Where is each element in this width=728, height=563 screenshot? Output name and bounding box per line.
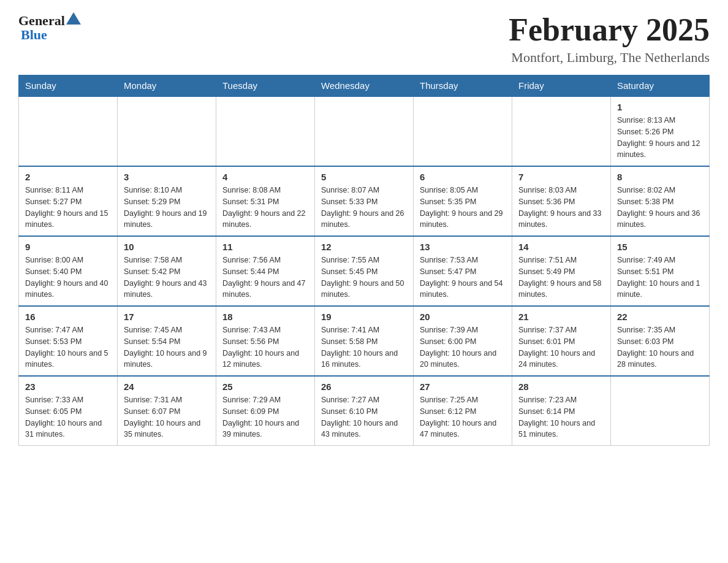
- logo-icon: [65, 11, 82, 28]
- day-info: Sunrise: 8:10 AM Sunset: 5:29 PM Dayligh…: [124, 185, 210, 231]
- calendar-cell: [414, 96, 512, 166]
- day-number: 2: [25, 172, 111, 182]
- day-info: Sunrise: 7:45 AM Sunset: 5:54 PM Dayligh…: [124, 324, 210, 370]
- day-info: Sunrise: 7:55 AM Sunset: 5:45 PM Dayligh…: [321, 255, 407, 301]
- day-number: 7: [518, 172, 604, 182]
- day-info: Sunrise: 7:37 AM Sunset: 6:01 PM Dayligh…: [518, 324, 604, 370]
- calendar-cell: 25Sunrise: 7:29 AM Sunset: 6:09 PM Dayli…: [216, 376, 315, 446]
- weekday-header-thursday: Thursday: [414, 75, 512, 97]
- day-number: 17: [124, 312, 210, 322]
- day-info: Sunrise: 7:33 AM Sunset: 6:05 PM Dayligh…: [25, 394, 111, 440]
- day-number: 3: [124, 172, 210, 182]
- day-info: Sunrise: 7:58 AM Sunset: 5:42 PM Dayligh…: [124, 255, 210, 301]
- day-number: 8: [617, 172, 703, 182]
- svg-marker-0: [66, 12, 81, 25]
- calendar-cell: 2Sunrise: 8:11 AM Sunset: 5:27 PM Daylig…: [19, 166, 118, 236]
- day-info: Sunrise: 7:56 AM Sunset: 5:44 PM Dayligh…: [222, 255, 308, 301]
- calendar-cell: 21Sunrise: 7:37 AM Sunset: 6:01 PM Dayli…: [512, 306, 611, 376]
- day-info: Sunrise: 7:31 AM Sunset: 6:07 PM Dayligh…: [124, 394, 210, 440]
- day-number: 14: [518, 242, 604, 252]
- weekday-header-sunday: Sunday: [19, 75, 118, 97]
- calendar-cell: 7Sunrise: 8:03 AM Sunset: 5:36 PM Daylig…: [512, 166, 611, 236]
- day-info: Sunrise: 8:11 AM Sunset: 5:27 PM Dayligh…: [25, 185, 111, 231]
- day-number: 10: [124, 242, 210, 252]
- calendar-cell: 24Sunrise: 7:31 AM Sunset: 6:07 PM Dayli…: [118, 376, 216, 446]
- calendar-cell: 16Sunrise: 7:47 AM Sunset: 5:53 PM Dayli…: [19, 306, 118, 376]
- day-number: 28: [518, 381, 604, 392]
- calendar-cell: 17Sunrise: 7:45 AM Sunset: 5:54 PM Dayli…: [118, 306, 216, 376]
- page-header: General Blue February 2025 Montfort, Lim…: [18, 12, 710, 66]
- calendar-cell: 18Sunrise: 7:43 AM Sunset: 5:56 PM Dayli…: [216, 306, 315, 376]
- calendar-cell: 10Sunrise: 7:58 AM Sunset: 5:42 PM Dayli…: [118, 236, 216, 306]
- calendar-table: SundayMondayTuesdayWednesdayThursdayFrid…: [18, 75, 710, 446]
- day-info: Sunrise: 7:53 AM Sunset: 5:47 PM Dayligh…: [420, 255, 506, 301]
- day-info: Sunrise: 7:49 AM Sunset: 5:51 PM Dayligh…: [617, 255, 703, 301]
- title-section: February 2025 Montfort, Limburg, The Net…: [509, 12, 710, 66]
- calendar-cell: 27Sunrise: 7:25 AM Sunset: 6:12 PM Dayli…: [414, 376, 512, 446]
- day-number: 22: [617, 312, 703, 322]
- calendar-cell: 3Sunrise: 8:10 AM Sunset: 5:29 PM Daylig…: [118, 166, 216, 236]
- day-number: 26: [321, 381, 407, 392]
- day-info: Sunrise: 7:41 AM Sunset: 5:58 PM Dayligh…: [321, 324, 407, 370]
- logo-blue-text: Blue: [21, 27, 47, 43]
- day-info: Sunrise: 8:08 AM Sunset: 5:31 PM Dayligh…: [222, 185, 308, 231]
- day-number: 23: [25, 381, 111, 392]
- calendar-cell: [216, 96, 315, 166]
- weekday-header-tuesday: Tuesday: [216, 75, 315, 97]
- weekday-header-saturday: Saturday: [611, 75, 710, 97]
- day-info: Sunrise: 7:43 AM Sunset: 5:56 PM Dayligh…: [222, 324, 308, 370]
- day-info: Sunrise: 8:13 AM Sunset: 5:26 PM Dayligh…: [617, 115, 703, 161]
- day-number: 9: [25, 242, 111, 252]
- week-row-5: 23Sunrise: 7:33 AM Sunset: 6:05 PM Dayli…: [19, 376, 710, 446]
- day-info: Sunrise: 7:47 AM Sunset: 5:53 PM Dayligh…: [25, 324, 111, 370]
- calendar-cell: 26Sunrise: 7:27 AM Sunset: 6:10 PM Dayli…: [315, 376, 414, 446]
- day-number: 25: [222, 381, 308, 392]
- day-number: 13: [420, 242, 506, 252]
- calendar-cell: [19, 96, 118, 166]
- calendar-cell: 14Sunrise: 7:51 AM Sunset: 5:49 PM Dayli…: [512, 236, 611, 306]
- day-info: Sunrise: 7:29 AM Sunset: 6:09 PM Dayligh…: [222, 394, 308, 440]
- calendar-cell: [512, 96, 611, 166]
- day-number: 20: [420, 312, 506, 322]
- day-info: Sunrise: 8:03 AM Sunset: 5:36 PM Dayligh…: [518, 185, 604, 231]
- calendar-cell: 22Sunrise: 7:35 AM Sunset: 6:03 PM Dayli…: [611, 306, 710, 376]
- calendar-cell: 28Sunrise: 7:23 AM Sunset: 6:14 PM Dayli…: [512, 376, 611, 446]
- calendar-location: Montfort, Limburg, The Netherlands: [509, 50, 710, 66]
- day-number: 16: [25, 312, 111, 322]
- calendar-cell: 13Sunrise: 7:53 AM Sunset: 5:47 PM Dayli…: [414, 236, 512, 306]
- day-info: Sunrise: 8:07 AM Sunset: 5:33 PM Dayligh…: [321, 185, 407, 231]
- day-number: 19: [321, 312, 407, 322]
- calendar-cell: 5Sunrise: 8:07 AM Sunset: 5:33 PM Daylig…: [315, 166, 414, 236]
- day-number: 5: [321, 172, 407, 182]
- day-info: Sunrise: 7:51 AM Sunset: 5:49 PM Dayligh…: [518, 255, 604, 301]
- weekday-header-monday: Monday: [118, 75, 216, 97]
- calendar-header-row: SundayMondayTuesdayWednesdayThursdayFrid…: [19, 75, 710, 97]
- day-info: Sunrise: 7:39 AM Sunset: 6:00 PM Dayligh…: [420, 324, 506, 370]
- calendar-cell: 1Sunrise: 8:13 AM Sunset: 5:26 PM Daylig…: [611, 96, 710, 166]
- weekday-header-wednesday: Wednesday: [315, 75, 414, 97]
- day-info: Sunrise: 8:00 AM Sunset: 5:40 PM Dayligh…: [25, 255, 111, 301]
- calendar-cell: [611, 376, 710, 446]
- calendar-title: February 2025: [509, 12, 710, 47]
- week-row-1: 1Sunrise: 8:13 AM Sunset: 5:26 PM Daylig…: [19, 96, 710, 166]
- day-number: 4: [222, 172, 308, 182]
- calendar-cell: 11Sunrise: 7:56 AM Sunset: 5:44 PM Dayli…: [216, 236, 315, 306]
- calendar-cell: 23Sunrise: 7:33 AM Sunset: 6:05 PM Dayli…: [19, 376, 118, 446]
- calendar-cell: 20Sunrise: 7:39 AM Sunset: 6:00 PM Dayli…: [414, 306, 512, 376]
- day-number: 18: [222, 312, 308, 322]
- day-number: 12: [321, 242, 407, 252]
- day-number: 27: [420, 381, 506, 392]
- calendar-cell: 4Sunrise: 8:08 AM Sunset: 5:31 PM Daylig…: [216, 166, 315, 236]
- week-row-3: 9Sunrise: 8:00 AM Sunset: 5:40 PM Daylig…: [19, 236, 710, 306]
- logo: General Blue: [18, 12, 82, 43]
- day-number: 21: [518, 312, 604, 322]
- calendar-cell: 8Sunrise: 8:02 AM Sunset: 5:38 PM Daylig…: [611, 166, 710, 236]
- calendar-cell: 15Sunrise: 7:49 AM Sunset: 5:51 PM Dayli…: [611, 236, 710, 306]
- day-number: 15: [617, 242, 703, 252]
- week-row-2: 2Sunrise: 8:11 AM Sunset: 5:27 PM Daylig…: [19, 166, 710, 236]
- day-info: Sunrise: 8:05 AM Sunset: 5:35 PM Dayligh…: [420, 185, 506, 231]
- day-number: 11: [222, 242, 308, 252]
- calendar-cell: 12Sunrise: 7:55 AM Sunset: 5:45 PM Dayli…: [315, 236, 414, 306]
- calendar-cell: 6Sunrise: 8:05 AM Sunset: 5:35 PM Daylig…: [414, 166, 512, 236]
- day-info: Sunrise: 8:02 AM Sunset: 5:38 PM Dayligh…: [617, 185, 703, 231]
